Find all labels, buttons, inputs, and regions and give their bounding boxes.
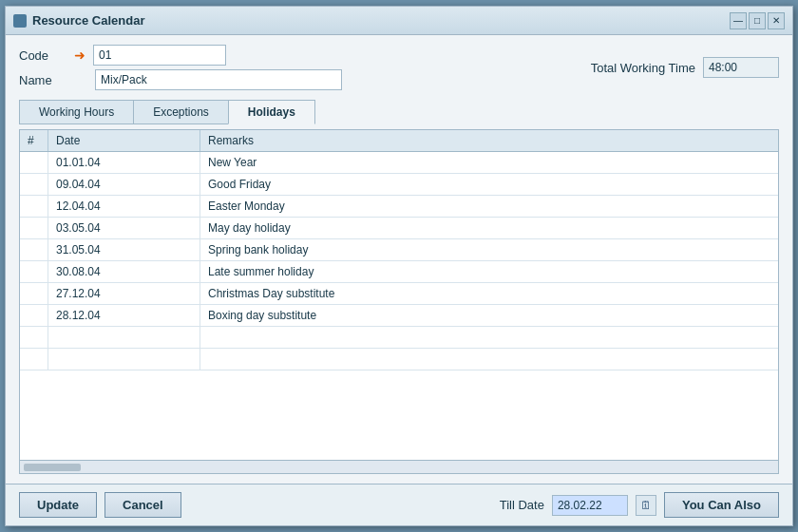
name-field-group: Name (19, 69, 390, 90)
holidays-table: # Date Remarks 01.01.04 New Year 09.04.0… (19, 129, 779, 474)
fields-row: Code ➜ Name Total Working Time (19, 45, 779, 90)
tab-holidays[interactable]: Holidays (228, 100, 315, 124)
total-working-time-label: Total Working Time (591, 61, 695, 75)
cell-num (20, 239, 48, 260)
cell-num (20, 174, 48, 195)
cell-date: 12.04.04 (48, 196, 200, 217)
cell-num (20, 218, 48, 238)
till-date-label: Till Date (500, 498, 544, 512)
cell-remarks: Spring bank holiday (200, 239, 778, 260)
name-input[interactable] (95, 69, 342, 90)
cell-date: 28.12.04 (48, 305, 200, 326)
cell-date: 31.05.04 (48, 239, 200, 260)
cell-date: 30.08.04 (48, 261, 200, 282)
total-working-time-group: Total Working Time (408, 45, 779, 90)
cancel-button[interactable]: Cancel (104, 492, 181, 518)
code-input[interactable] (93, 45, 226, 66)
title-bar-left: Resource Calendar (13, 13, 145, 28)
window-icon (13, 14, 27, 28)
tabs-row: Working Hours Exceptions Holidays (19, 100, 779, 124)
table-row[interactable]: 31.05.04 Spring bank holiday (20, 239, 778, 261)
maximize-button[interactable]: □ (749, 12, 766, 29)
table-row-empty (20, 349, 778, 370)
total-working-time-input[interactable] (703, 57, 779, 78)
cell-date: 09.04.04 (48, 174, 200, 195)
table-row[interactable]: 01.01.04 New Year (20, 152, 778, 174)
tab-working-hours[interactable]: Working Hours (19, 100, 134, 124)
table-row[interactable]: 28.12.04 Boxing day substitute (20, 305, 778, 327)
table-body: 01.01.04 New Year 09.04.04 Good Friday 1… (20, 152, 778, 460)
cell-date: 03.05.04 (48, 218, 200, 238)
main-content: Code ➜ Name Total Working Time Working H… (6, 35, 792, 484)
cell-remarks: Christmas Day substitute (200, 283, 778, 304)
update-button[interactable]: Update (19, 492, 97, 518)
cell-remarks: Good Friday (200, 174, 778, 195)
cell-date: 01.01.04 (48, 152, 200, 173)
col-header-num: # (20, 130, 48, 151)
horizontal-scrollbar[interactable] (20, 460, 778, 473)
cell-num (20, 305, 48, 326)
table-row[interactable]: 09.04.04 Good Friday (20, 174, 778, 196)
cell-num (20, 152, 48, 173)
resource-calendar-window: Resource Calendar — □ ✕ Code ➜ Name (5, 6, 793, 526)
table-row[interactable]: 12.04.04 Easter Monday (20, 196, 778, 218)
tab-exceptions[interactable]: Exceptions (133, 100, 229, 124)
code-field-group: Code ➜ (19, 45, 390, 66)
footer: Update Cancel Till Date 🗓 You Can Also (6, 484, 792, 525)
table-row[interactable]: 27.12.04 Christmas Day substitute (20, 283, 778, 305)
arrow-icon: ➜ (74, 48, 86, 63)
cell-num (20, 196, 48, 217)
window-title: Resource Calendar (32, 13, 145, 28)
table-header: # Date Remarks (20, 130, 778, 152)
scrollbar-thumb[interactable] (24, 464, 81, 471)
table-row[interactable]: 30.08.04 Late summer holiday (20, 261, 778, 283)
cell-num (20, 283, 48, 304)
till-date-input[interactable] (552, 495, 628, 516)
code-label: Code (19, 48, 66, 63)
you-can-also-button[interactable]: You Can Also (664, 492, 779, 518)
title-bar: Resource Calendar — □ ✕ (6, 7, 792, 35)
col-header-date: Date (48, 130, 200, 151)
cell-remarks: May day holiday (200, 218, 778, 238)
name-label: Name (19, 73, 66, 87)
col-header-remarks: Remarks (200, 130, 778, 151)
close-button[interactable]: ✕ (768, 12, 785, 29)
calendar-icon-button[interactable]: 🗓 (636, 495, 656, 516)
cell-remarks: Boxing day substitute (200, 305, 778, 326)
table-row[interactable]: 03.05.04 May day holiday (20, 218, 778, 239)
minimize-button[interactable]: — (730, 12, 747, 29)
cell-num (20, 261, 48, 282)
cell-remarks: Late summer holiday (200, 261, 778, 282)
cell-remarks: New Year (200, 152, 778, 173)
cell-remarks: Easter Monday (200, 196, 778, 217)
table-row-empty (20, 327, 778, 349)
window-controls: — □ ✕ (730, 12, 785, 29)
cell-date: 27.12.04 (48, 283, 200, 304)
